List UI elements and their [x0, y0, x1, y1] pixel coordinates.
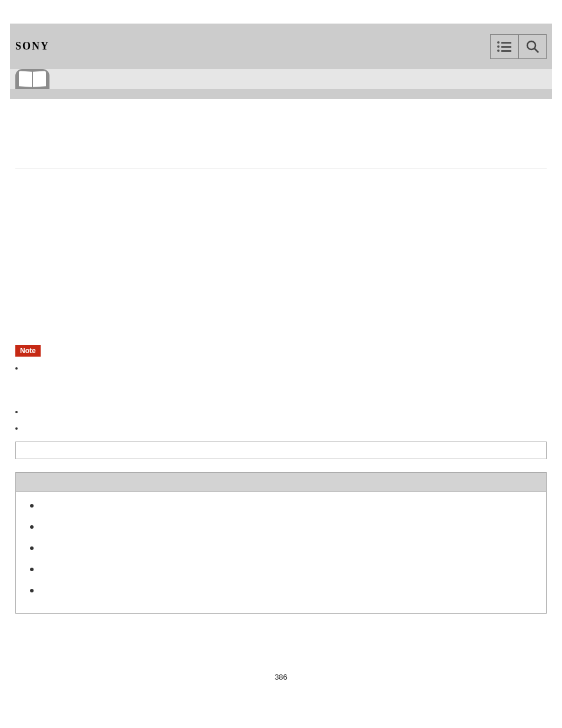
- note-bullets: [15, 365, 547, 433]
- svg-line-1: [534, 48, 538, 52]
- search-icon[interactable]: [518, 34, 547, 59]
- hint-box: [15, 442, 547, 459]
- sub-header-bar: [10, 69, 552, 89]
- header-bar: SONY: [10, 24, 552, 69]
- note-label: Note: [15, 345, 41, 357]
- related-topic-link[interactable]: [30, 502, 532, 509]
- bullet-item: [15, 365, 547, 373]
- related-topic-link[interactable]: [30, 545, 532, 552]
- related-topic-list: [30, 502, 532, 594]
- bullet-item: [15, 425, 547, 433]
- divider: [15, 169, 547, 169]
- bullet-item: [15, 409, 547, 417]
- list-icon[interactable]: [490, 34, 518, 59]
- brand-logo: SONY: [15, 40, 49, 52]
- svg-point-0: [527, 41, 535, 50]
- related-topic-header: [16, 473, 546, 492]
- open-book-icon[interactable]: [15, 69, 49, 89]
- related-topic-link[interactable]: [30, 587, 532, 594]
- stripe: [10, 89, 552, 99]
- related-topic-link[interactable]: [30, 523, 532, 531]
- related-topic-box: [15, 472, 547, 614]
- main-content: Note 386: [10, 99, 552, 681]
- page-number: 386: [15, 673, 547, 681]
- header-icon-group: [490, 34, 547, 59]
- related-topic-link[interactable]: [30, 566, 532, 573]
